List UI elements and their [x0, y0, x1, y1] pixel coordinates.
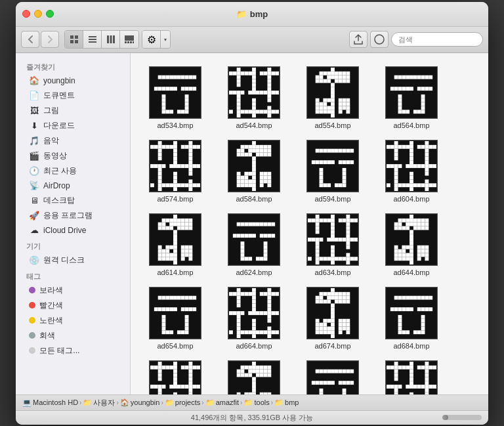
- maximize-button[interactable]: [46, 10, 54, 18]
- svg-rect-685: [169, 330, 173, 334]
- svg-rect-77: [267, 83, 271, 87]
- column-view-button[interactable]: [102, 31, 120, 48]
- sidebar-item-music[interactable]: 🎵 음악: [18, 133, 127, 148]
- sidebar-item-icloud[interactable]: ☁ iCloud Drive: [18, 223, 127, 238]
- svg-rect-615: [406, 226, 410, 230]
- breadcrumb-users[interactable]: 📁 사용자: [83, 398, 115, 408]
- file-item[interactable]: ad564.bmp: [372, 61, 451, 135]
- svg-rect-414: [425, 171, 429, 175]
- breadcrumb-youngbin[interactable]: 🏠 youngbin: [120, 398, 160, 407]
- file-item[interactable]: ad704.bmp: [215, 355, 293, 394]
- file-name: ad654.bmp: [157, 342, 193, 350]
- sidebar-item-recents[interactable]: 🕐 최근 사용: [18, 163, 127, 179]
- svg-rect-376: [390, 144, 394, 148]
- svg-rect-236: [188, 156, 192, 160]
- sidebar-item-airdrop[interactable]: 📡 AirDrop: [18, 179, 127, 193]
- file-item[interactable]: ad664.bmp: [215, 282, 293, 355]
- svg-rect-871: [173, 377, 177, 381]
- sidebar-item-remote-disk[interactable]: 💿 원격 디스크: [18, 253, 127, 268]
- svg-rect-48: [165, 110, 169, 114]
- breadcrumb-projects[interactable]: 📁 projects: [165, 398, 201, 407]
- back-button[interactable]: [21, 31, 39, 48]
- svg-rect-357: [320, 167, 324, 171]
- file-item[interactable]: ad614.bmp: [136, 208, 215, 282]
- svg-rect-842: [398, 330, 402, 334]
- arrange-button[interactable]: ⚙ ▾: [142, 30, 171, 49]
- file-item[interactable]: ad584.bmp: [215, 135, 293, 208]
- sidebar-item-tag-purple[interactable]: 보라색: [18, 283, 127, 298]
- minimize-button[interactable]: [34, 10, 42, 18]
- file-item[interactable]: ad604.bmp: [372, 135, 451, 208]
- icon-view-button[interactable]: [65, 31, 83, 48]
- sidebar-item-tag-yellow[interactable]: 노란색: [18, 313, 127, 328]
- svg-rect-580: [316, 257, 320, 261]
- svg-rect-168: [346, 106, 350, 110]
- file-item[interactable]: ad574.bmp: [136, 135, 215, 208]
- sidebar-item-tag-red[interactable]: 빨간색: [18, 298, 127, 313]
- svg-rect-334: [267, 183, 271, 187]
- file-item[interactable]: ad554.bmp: [293, 61, 372, 135]
- file-item[interactable]: ad624.bmp: [215, 208, 293, 282]
- sidebar-item-applications[interactable]: 🚀 응용 프로그램: [18, 208, 127, 223]
- svg-rect-943: [244, 392, 248, 394]
- sidebar-item-youngbin[interactable]: 🏠 youngbin: [18, 74, 127, 88]
- sidebar-item-all-tags[interactable]: 모든 태그...: [18, 343, 127, 358]
- sidebar-item-documents[interactable]: 📄 도큐멘트: [18, 88, 127, 103]
- sidebar-item-tag-gray[interactable]: 회색: [18, 328, 127, 343]
- sidebar-item-desktop[interactable]: 🖥 데스크탑: [18, 193, 127, 208]
- file-item[interactable]: ad594.bmp: [293, 135, 372, 208]
- svg-rect-783: [316, 318, 320, 322]
- svg-rect-278: [241, 144, 245, 148]
- breadcrumb-tools[interactable]: 📁 tools: [243, 398, 269, 407]
- svg-rect-431: [432, 183, 436, 187]
- svg-rect-290: [256, 148, 260, 152]
- svg-rect-133: [343, 75, 346, 79]
- file-name: ad684.bmp: [393, 342, 429, 350]
- file-item[interactable]: ad714.bmp: [293, 355, 372, 394]
- svg-rect-224: [185, 144, 189, 148]
- svg-rect-637: [425, 249, 429, 253]
- svg-rect-498: [244, 222, 248, 226]
- gallery-view-button[interactable]: [120, 31, 138, 48]
- file-item[interactable]: ad724.bmp: [372, 355, 451, 394]
- breadcrumb-amazfit[interactable]: 📁 amazfit: [205, 398, 239, 407]
- svg-rect-705: [237, 295, 241, 299]
- forward-button[interactable]: [41, 31, 59, 48]
- svg-rect-74: [267, 79, 271, 83]
- file-item[interactable]: ad544.bmp: [215, 61, 293, 135]
- svg-rect-465: [158, 245, 162, 249]
- svg-rect-358: [343, 167, 346, 171]
- bmp-thumbnail: [149, 140, 201, 192]
- file-item[interactable]: ad654.bmp: [136, 282, 215, 355]
- sidebar-item-pictures[interactable]: 🖼 그림: [18, 103, 127, 118]
- breadcrumb-macintosh[interactable]: 💻 Macintosh HD: [22, 398, 78, 407]
- svg-rect-864: [158, 369, 162, 373]
- svg-rect-46: [185, 106, 189, 110]
- file-item[interactable]: ad644.bmp: [372, 208, 451, 282]
- sidebar-item-downloads[interactable]: ⬇ 다운로드: [18, 118, 127, 133]
- search-input[interactable]: [398, 35, 488, 43]
- share-button[interactable]: [349, 31, 368, 48]
- file-item[interactable]: ad694.bmp: [136, 355, 215, 394]
- close-button[interactable]: [22, 10, 30, 18]
- file-item[interactable]: ad634.bmp: [293, 208, 372, 282]
- svg-rect-515: [271, 234, 275, 238]
- list-view-button[interactable]: [83, 31, 102, 48]
- svg-rect-164: [327, 106, 331, 110]
- search-box[interactable]: [391, 32, 483, 47]
- sidebar-item-movies[interactable]: 🎬 동영상: [18, 148, 127, 163]
- tag-button[interactable]: [370, 31, 388, 48]
- svg-rect-402: [406, 164, 410, 168]
- svg-rect-701: [264, 291, 268, 295]
- svg-rect-1024: [410, 369, 413, 373]
- svg-rect-576: [316, 253, 320, 257]
- file-item[interactable]: ad674.bmp: [293, 282, 372, 355]
- svg-rect-425: [410, 183, 413, 187]
- svg-rect-589: [350, 257, 354, 261]
- breadcrumb-bmp[interactable]: 📁 bmp: [274, 398, 299, 407]
- svg-rect-747: [267, 330, 271, 334]
- file-item[interactable]: ad534.bmp: [136, 61, 215, 135]
- file-item[interactable]: ad684.bmp: [372, 282, 451, 355]
- svg-rect-679: [162, 322, 166, 326]
- svg-rect-712: [252, 303, 256, 307]
